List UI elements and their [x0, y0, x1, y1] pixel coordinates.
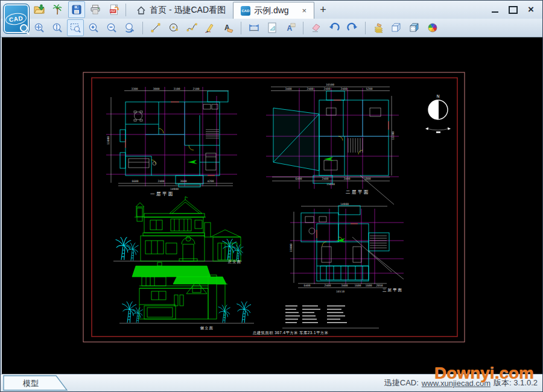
zoom-previous-button[interactable] — [121, 19, 138, 36]
pdf-icon-label: PDF — [110, 10, 116, 13]
spline-tool-icon — [186, 22, 198, 34]
draw-circle-button[interactable] — [165, 19, 182, 36]
render-style-button[interactable] — [406, 19, 423, 36]
cad-drawing[interactable]: 3300 3000 3100 2100 6600 2400 3600 4200 … — [2, 37, 542, 375]
eraser-button[interactable] — [308, 19, 325, 36]
tab-strip: 首页 - 迅捷CAD看图 CAD 示例.dwg × + — [129, 1, 332, 19]
zoom-in-button[interactable] — [85, 19, 102, 36]
zoom-out-icon — [106, 22, 118, 34]
line-tool-icon — [150, 22, 162, 34]
svg-text:2400: 2400 — [157, 180, 164, 183]
tree-icon — [222, 239, 237, 260]
insert-image-button[interactable] — [49, 1, 66, 18]
redo-icon — [346, 22, 358, 34]
measure-area-icon — [266, 22, 278, 34]
add-text-note-button[interactable]: A — [220, 19, 237, 36]
svg-text:16510: 16510 — [336, 290, 345, 293]
window-controls: × — [486, 3, 540, 16]
svg-text:3400: 3400 — [341, 284, 348, 287]
front-elevation: 正立面 — [113, 197, 243, 264]
pan-button[interactable] — [31, 19, 48, 36]
svg-text:14900: 14900 — [170, 188, 179, 191]
svg-text:2400: 2400 — [324, 284, 331, 287]
svg-text:6600: 6600 — [132, 180, 138, 183]
plan-second-floor: 16500 3400 2400 2400 2400 5200 6400 2400… — [266, 83, 399, 204]
main-toolbar: A A — [1, 19, 542, 37]
draw-line-button[interactable] — [147, 19, 164, 36]
model-tab[interactable]: 模型 — [3, 375, 75, 391]
draw-freehand-button[interactable] — [202, 19, 218, 36]
printer-icon — [89, 4, 101, 16]
tree-icon — [237, 302, 251, 323]
zoom-window-button[interactable] — [67, 19, 84, 36]
zoom-extents-icon — [51, 22, 63, 34]
tree-icon — [122, 302, 136, 323]
plan2-stairs — [348, 138, 363, 153]
measure-distance-button[interactable] — [246, 19, 262, 36]
text-note-icon: A — [222, 22, 234, 34]
vendor-prefix: 迅捷CAD: — [384, 378, 419, 388]
zoom-previous-icon — [124, 22, 136, 34]
open-folder-icon — [33, 4, 45, 16]
cad-canvas-area[interactable]: 3300 3000 3100 2100 6600 2400 3600 4200 … — [2, 37, 542, 375]
tree-icon — [218, 305, 230, 323]
tree-icon — [116, 237, 132, 260]
view-3d-button[interactable] — [388, 19, 405, 36]
app-window: CAD — [0, 0, 543, 392]
palm-tree-icon — [52, 4, 64, 16]
print-button[interactable] — [87, 1, 104, 18]
plan3-stairs — [370, 236, 387, 248]
svg-text:1600: 1600 — [354, 284, 361, 287]
minimize-icon — [492, 11, 498, 13]
export-pdf-button[interactable]: PDF — [106, 1, 122, 18]
maximize-icon — [509, 6, 518, 14]
svg-text:4200: 4200 — [207, 180, 214, 183]
undo-button[interactable] — [326, 19, 343, 36]
pdf-export-icon: PDF — [108, 4, 120, 16]
north-compass: N — [425, 94, 451, 133]
new-tab-button[interactable]: + — [314, 4, 332, 16]
close-button[interactable]: × — [522, 3, 540, 16]
maximize-button[interactable] — [504, 3, 522, 16]
find-text-button[interactable]: A — [282, 19, 299, 36]
toolbar-separator-1 — [142, 22, 143, 34]
plan-first-floor: 3300 3000 3100 2100 6600 2400 3600 4200 … — [106, 87, 237, 197]
draw-spline-button[interactable] — [183, 19, 200, 36]
zoom-in-icon — [87, 22, 100, 34]
tab-document[interactable]: CAD 示例.dwg × — [233, 2, 314, 19]
save-button[interactable] — [68, 1, 85, 18]
toolbar-separator-4 — [365, 22, 366, 34]
toolbar-separator-2 — [241, 22, 241, 34]
tab-home-label: 首页 - 迅捷CAD看图 — [150, 5, 226, 16]
layers-icon — [372, 22, 384, 34]
svg-text:3600: 3600 — [180, 180, 186, 183]
svg-text:13200: 13200 — [392, 131, 395, 140]
zoom-extents-button[interactable] — [49, 19, 66, 36]
side-elevation: 侧立面 — [119, 262, 254, 330]
titlebar-separator — [125, 4, 126, 16]
cad-file-icon: CAD — [241, 6, 250, 16]
redo-button[interactable] — [344, 19, 361, 36]
svg-text:2400: 2400 — [323, 87, 330, 90]
tab-document-label: 示例.dwg — [254, 5, 289, 16]
save-icon — [71, 4, 83, 16]
measure-area-button[interactable] — [264, 19, 281, 36]
open-file-button[interactable] — [31, 1, 48, 18]
compass-n-label: N — [437, 94, 440, 98]
app-logo: CAD — [3, 4, 30, 34]
side-elevation-caption: 侧立面 — [200, 326, 214, 330]
svg-text:15600: 15600 — [326, 183, 335, 186]
layers-button[interactable] — [370, 19, 387, 36]
svg-text:2400: 2400 — [340, 87, 347, 90]
plan-third-floor: 14900 15000 6400 2400 3400 1600 1600 205… — [290, 203, 404, 293]
eraser-icon — [310, 22, 322, 34]
render-cube-icon — [408, 22, 421, 34]
tab-close-icon[interactable]: × — [302, 7, 307, 14]
area-note: 总建筑面积 367.4平方米 车库23.1平方米 — [252, 330, 329, 335]
zoom-out-button[interactable] — [103, 19, 120, 36]
tab-home[interactable]: 首页 - 迅捷CAD看图 — [129, 1, 233, 19]
minimize-button[interactable] — [486, 3, 504, 16]
svg-text:16500: 16500 — [326, 83, 334, 86]
downyi-watermark: Downyi.com — [434, 364, 534, 383]
background-color-button[interactable] — [424, 19, 441, 36]
